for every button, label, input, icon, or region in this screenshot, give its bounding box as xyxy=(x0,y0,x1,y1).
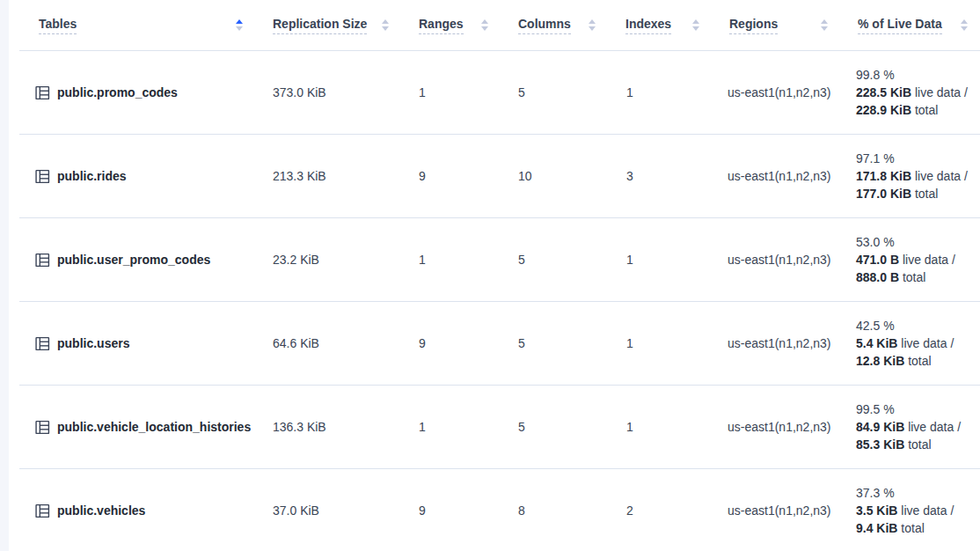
columns-cell: 5 xyxy=(501,51,608,135)
total-data-amount: 9.4 KiB total xyxy=(856,519,976,537)
live-data-amount: 171.8 KiB live data / xyxy=(856,167,976,185)
columns-cell: 5 xyxy=(501,386,608,469)
column-label-replication-size[interactable]: Replication Size xyxy=(273,17,367,34)
sort-arrows-icon[interactable] xyxy=(692,19,699,31)
live-data-percent: 42.5 % xyxy=(856,317,976,334)
replication-size-cell: 373.0 KiB xyxy=(255,51,401,135)
indexes-cell: 1 xyxy=(608,386,712,469)
live-data-percent: 99.8 % xyxy=(856,66,976,84)
table-row[interactable]: public.rides 213.3 KiB 9 10 3 us-east1(n… xyxy=(19,135,980,218)
table-name-link[interactable]: public.vehicle_location_histories xyxy=(57,420,251,434)
table-name-link[interactable]: public.user_promo_codes xyxy=(57,253,210,267)
live-data-cell: 97.1 % 171.8 KiB live data / 177.0 KiB t… xyxy=(840,135,980,218)
live-data-amount: 3.5 KiB live data / xyxy=(856,502,976,519)
table-name-link[interactable]: public.rides xyxy=(57,169,127,183)
indexes-cell: 1 xyxy=(608,302,712,386)
sort-arrows-icon[interactable] xyxy=(589,19,596,31)
total-data-amount: 12.8 KiB total xyxy=(856,352,976,370)
indexes-cell: 2 xyxy=(608,469,712,551)
columns-cell: 8 xyxy=(501,469,608,551)
live-data-cell: 42.5 % 5.4 KiB live data / 12.8 KiB tota… xyxy=(840,302,980,386)
sort-arrows-icon[interactable] xyxy=(236,19,243,31)
live-data-amount: 84.9 KiB live data / xyxy=(856,418,976,436)
replication-size-cell: 37.0 KiB xyxy=(255,469,401,551)
column-label-indexes[interactable]: Indexes xyxy=(625,17,671,34)
column-label-tables[interactable]: Tables xyxy=(39,17,77,34)
indexes-cell: 1 xyxy=(608,51,712,135)
live-data-percent: 99.5 % xyxy=(856,400,976,418)
table-icon xyxy=(35,503,50,518)
table-icon xyxy=(35,253,50,268)
table-name-cell: public.vehicle_location_histories xyxy=(19,386,255,469)
total-data-amount: 85.3 KiB total xyxy=(856,436,976,453)
sort-arrows-icon[interactable] xyxy=(821,19,828,31)
replication-size-cell: 213.3 KiB xyxy=(255,135,401,218)
total-data-amount: 888.0 B total xyxy=(856,268,976,286)
column-header-columns[interactable]: Columns xyxy=(501,0,608,51)
column-header-tables[interactable]: Tables xyxy=(19,0,255,51)
table-row[interactable]: public.users 64.6 KiB 9 5 1 us-east1(n1,… xyxy=(19,302,980,386)
regions-cell: us-east1(n1,n2,n3) xyxy=(712,135,840,218)
table-icon xyxy=(35,169,50,184)
table-name-cell: public.vehicles xyxy=(19,469,255,551)
table-row[interactable]: public.vehicles 37.0 KiB 9 8 2 us-east1(… xyxy=(19,469,980,551)
live-data-percent: 37.3 % xyxy=(856,484,976,502)
live-data-cell: 99.5 % 84.9 KiB live data / 85.3 KiB tot… xyxy=(840,386,980,469)
table-row[interactable]: public.user_promo_codes 23.2 KiB 1 5 1 u… xyxy=(19,218,980,302)
column-label-ranges[interactable]: Ranges xyxy=(419,17,464,34)
column-header-ranges[interactable]: Ranges xyxy=(401,0,501,51)
live-data-amount: 228.5 KiB live data / xyxy=(856,84,976,101)
columns-cell: 5 xyxy=(501,218,608,302)
live-data-percent: 97.1 % xyxy=(856,150,976,167)
sort-arrows-icon[interactable] xyxy=(481,19,488,31)
table-name-cell: public.user_promo_codes xyxy=(19,218,255,302)
columns-cell: 5 xyxy=(501,302,608,386)
total-data-amount: 177.0 KiB total xyxy=(856,185,976,202)
page-left-gutter xyxy=(0,0,9,551)
replication-size-cell: 64.6 KiB xyxy=(255,302,401,386)
columns-cell: 10 xyxy=(501,135,608,218)
live-data-percent: 53.0 % xyxy=(856,233,976,251)
indexes-cell: 1 xyxy=(608,218,712,302)
table-row[interactable]: public.vehicle_location_histories 136.3 … xyxy=(19,386,980,469)
total-data-amount: 228.9 KiB total xyxy=(856,101,976,119)
replication-size-cell: 136.3 KiB xyxy=(255,386,401,469)
ranges-cell: 9 xyxy=(401,469,501,551)
column-header-live-data[interactable]: % of Live Data xyxy=(840,0,980,51)
table-icon xyxy=(35,85,50,100)
column-header-regions[interactable]: Regions xyxy=(712,0,840,51)
ranges-cell: 1 xyxy=(401,386,501,469)
regions-cell: us-east1(n1,n2,n3) xyxy=(712,218,840,302)
table-name-cell: public.rides xyxy=(19,135,255,218)
table-icon xyxy=(35,420,50,435)
indexes-cell: 3 xyxy=(608,135,712,218)
live-data-amount: 471.0 B live data / xyxy=(856,251,976,268)
table-name-cell: public.promo_codes xyxy=(19,51,255,135)
ranges-cell: 1 xyxy=(401,218,501,302)
table-name-link[interactable]: public.vehicles xyxy=(57,503,145,518)
table-name-link[interactable]: public.users xyxy=(57,336,129,350)
sort-arrows-icon[interactable] xyxy=(382,19,389,31)
ranges-cell: 1 xyxy=(401,51,501,135)
tables-table: Tables Replication Size Ranges Columns xyxy=(19,0,980,551)
column-label-columns[interactable]: Columns xyxy=(518,17,571,34)
ranges-cell: 9 xyxy=(401,135,501,218)
column-header-indexes[interactable]: Indexes xyxy=(608,0,712,51)
table-name-link[interactable]: public.promo_codes xyxy=(57,85,178,99)
sort-arrows-icon[interactable] xyxy=(961,19,968,31)
ranges-cell: 9 xyxy=(401,302,501,386)
live-data-amount: 5.4 KiB live data / xyxy=(856,334,976,352)
table-name-cell: public.users xyxy=(19,302,255,386)
tables-list: Tables Replication Size Ranges Columns xyxy=(19,0,980,551)
column-label-live-data[interactable]: % of Live Data xyxy=(858,17,942,34)
live-data-cell: 37.3 % 3.5 KiB live data / 9.4 KiB total xyxy=(840,469,980,551)
table-row[interactable]: public.promo_codes 373.0 KiB 1 5 1 us-ea… xyxy=(19,51,980,135)
regions-cell: us-east1(n1,n2,n3) xyxy=(712,386,840,469)
column-header-replication-size[interactable]: Replication Size xyxy=(255,0,401,51)
live-data-cell: 99.8 % 228.5 KiB live data / 228.9 KiB t… xyxy=(840,51,980,135)
live-data-cell: 53.0 % 471.0 B live data / 888.0 B total xyxy=(840,218,980,302)
regions-cell: us-east1(n1,n2,n3) xyxy=(712,469,840,551)
column-label-regions[interactable]: Regions xyxy=(729,17,778,34)
table-header-row: Tables Replication Size Ranges Columns xyxy=(19,0,980,51)
table-icon xyxy=(35,336,50,351)
